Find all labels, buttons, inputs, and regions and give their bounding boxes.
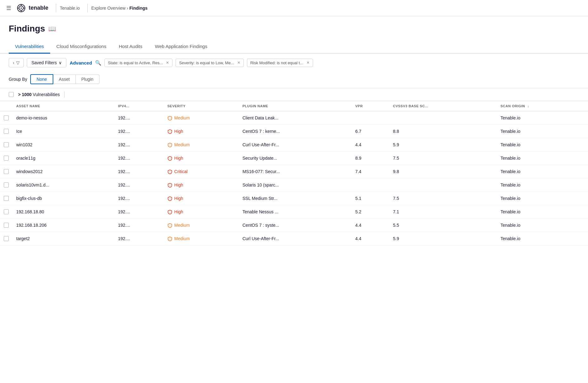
cell-asset-name: bigfix-clus-db bbox=[12, 192, 114, 205]
cell-asset-name: oracle11g bbox=[12, 152, 114, 165]
row-checkbox-cell bbox=[0, 165, 12, 178]
close-chip-state-icon[interactable]: ✕ bbox=[166, 61, 169, 65]
chevron-down-icon: ∨ bbox=[59, 60, 62, 65]
select-all-checkbox[interactable] bbox=[9, 92, 14, 97]
cell-vpr: 5.2 bbox=[351, 205, 389, 219]
page-title: Findings bbox=[9, 24, 45, 34]
cell-scan-origin: Tenable.io bbox=[497, 219, 588, 232]
severity-shield-icon: ! bbox=[167, 209, 172, 215]
severity-shield-icon: ! bbox=[167, 222, 172, 228]
row-checkbox[interactable] bbox=[4, 236, 9, 241]
severity-shield-icon: ! bbox=[167, 155, 172, 161]
row-checkbox[interactable] bbox=[4, 129, 9, 134]
groupby-asset-button[interactable]: Asset bbox=[53, 75, 76, 84]
th-ipv4[interactable]: IPV4... bbox=[114, 101, 164, 111]
tab-cloud-misconfigurations[interactable]: Cloud Misconfigurations bbox=[50, 40, 113, 54]
severity-shield-icon: ! bbox=[167, 142, 172, 148]
close-chip-risk-icon[interactable]: ✕ bbox=[306, 61, 310, 65]
row-checkbox[interactable] bbox=[4, 169, 9, 174]
row-checkbox[interactable] bbox=[4, 142, 9, 147]
th-vpr[interactable]: VPR bbox=[351, 101, 389, 111]
severity-badge: ! High bbox=[167, 155, 235, 161]
groupby-row: Group By None Asset Plugin bbox=[0, 72, 588, 88]
nav-divider-2 bbox=[87, 4, 88, 12]
hamburger-menu[interactable]: ☰ bbox=[6, 5, 11, 12]
filter-chip-state[interactable]: State: is equal to Active, Res... ✕ bbox=[104, 59, 172, 67]
table-row: bigfix-clus-db 192.... ! High SSL Medium… bbox=[0, 192, 588, 205]
search-icon[interactable]: 🔍 bbox=[95, 60, 101, 66]
tab-host-audits[interactable]: Host Audits bbox=[113, 40, 149, 54]
cell-cvssv3: 7.5 bbox=[389, 192, 497, 205]
svg-text:!: ! bbox=[170, 117, 170, 120]
cell-cvssv3: 7.1 bbox=[389, 205, 497, 219]
summary-bar: > 1000 Vulnerabilities bbox=[0, 88, 588, 101]
advanced-link[interactable]: Advanced bbox=[70, 60, 92, 65]
cell-scan-origin: Tenable.io bbox=[497, 138, 588, 152]
groupby-plugin-button[interactable]: Plugin bbox=[76, 75, 99, 84]
cell-severity: ! High bbox=[164, 192, 239, 205]
cell-ipv4: 192.... bbox=[114, 178, 164, 192]
cell-severity: ! High bbox=[164, 205, 239, 219]
logo: tenable bbox=[16, 3, 48, 13]
cell-severity: ! Medium bbox=[164, 219, 239, 232]
severity-shield-icon: ! bbox=[167, 196, 172, 201]
summary-count: > 1000 Vulnerabilities bbox=[18, 92, 60, 97]
filter-icon: ▽ bbox=[16, 60, 20, 65]
cell-scan-origin: Tenable.io bbox=[497, 205, 588, 219]
cell-plugin-name: Client Data Leak... bbox=[239, 111, 352, 125]
filter-chip-risk[interactable]: Risk Modified: is not equal t... ✕ bbox=[247, 59, 313, 67]
cell-vpr bbox=[351, 111, 389, 125]
filter-chip-severity[interactable]: Severity: is equal to Low, Me... ✕ bbox=[176, 59, 243, 67]
row-checkbox[interactable] bbox=[4, 223, 9, 228]
row-checkbox[interactable] bbox=[4, 115, 9, 120]
th-severity[interactable]: SEVERITY bbox=[164, 101, 239, 111]
severity-label: High bbox=[174, 182, 183, 187]
table-row: 192.168.18.80 192.... ! High Tenable Nes… bbox=[0, 205, 588, 219]
cell-vpr: 6.7 bbox=[351, 125, 389, 138]
row-checkbox[interactable] bbox=[4, 209, 9, 214]
cell-scan-origin: Tenable.io bbox=[497, 152, 588, 165]
severity-label: High bbox=[174, 196, 183, 201]
cell-ipv4: 192.... bbox=[114, 165, 164, 178]
th-scan-origin[interactable]: SCAN ORIGIN ↓ bbox=[497, 101, 588, 111]
filter-toggle-button[interactable]: › ▽ bbox=[9, 58, 24, 67]
cell-scan-origin: Tenable.io bbox=[497, 192, 588, 205]
severity-shield-icon: ! bbox=[167, 128, 172, 134]
cell-severity: ! Medium bbox=[164, 138, 239, 152]
logo-text: tenable bbox=[29, 5, 48, 11]
summary-divider bbox=[64, 91, 65, 98]
severity-badge: ! Medium bbox=[167, 115, 235, 121]
svg-text:!: ! bbox=[170, 171, 170, 173]
cell-ipv4: 192.... bbox=[114, 152, 164, 165]
th-plugin-name[interactable]: PLUGIN NAME bbox=[239, 101, 352, 111]
row-checkbox-cell bbox=[0, 111, 12, 125]
chevron-right-icon: › bbox=[13, 60, 14, 65]
cell-vpr: 5.1 bbox=[351, 192, 389, 205]
row-checkbox-cell bbox=[0, 125, 12, 138]
cell-plugin-name: Curl Use-After-Fr... bbox=[239, 232, 352, 245]
table-row: oracle11g 192.... ! High Security Update… bbox=[0, 152, 588, 165]
table-row: win1032 192.... ! Medium Curl Use-After-… bbox=[0, 138, 588, 152]
severity-label: Medium bbox=[174, 236, 190, 241]
row-checkbox[interactable] bbox=[4, 156, 9, 161]
row-checkbox[interactable] bbox=[4, 196, 9, 201]
tab-vulnerabilities[interactable]: Vulnerabilities bbox=[9, 40, 50, 54]
chip-severity-text: Severity: is equal to Low, Me... bbox=[179, 61, 234, 65]
th-asset-name[interactable]: ASSET NAME bbox=[12, 101, 114, 111]
severity-label: Medium bbox=[174, 142, 190, 147]
cell-asset-name: solaris10vm1.d... bbox=[12, 178, 114, 192]
nav-divider bbox=[56, 4, 56, 12]
cell-asset-name: demo-io-nessus bbox=[12, 111, 114, 125]
saved-filters-button[interactable]: Saved Filters ∨ bbox=[27, 58, 67, 67]
groupby-none-button[interactable]: None bbox=[30, 74, 53, 84]
th-cvssv3[interactable]: CVSSV3 BASE SC... bbox=[389, 101, 497, 111]
book-icon: 📖 bbox=[48, 25, 56, 32]
svg-text:!: ! bbox=[170, 157, 170, 160]
tab-web-application-findings[interactable]: Web Application Findings bbox=[149, 40, 214, 54]
cell-severity: ! High bbox=[164, 178, 239, 192]
row-checkbox-cell bbox=[0, 138, 12, 152]
svg-text:!: ! bbox=[170, 144, 170, 147]
close-chip-severity-icon[interactable]: ✕ bbox=[237, 61, 240, 65]
svg-text:!: ! bbox=[170, 184, 170, 187]
row-checkbox[interactable] bbox=[4, 182, 9, 187]
